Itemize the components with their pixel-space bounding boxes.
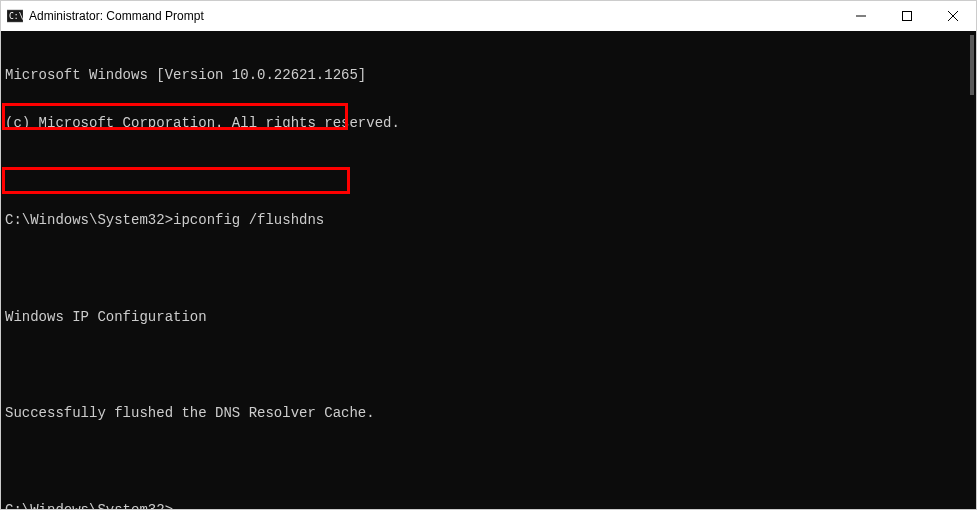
svg-text:C:\: C:\ [9,12,23,21]
command-text: ipconfig /flushdns [173,212,324,228]
blank-line [5,453,976,469]
copyright-line: (c) Microsoft Corporation. All rights re… [5,115,976,131]
blank-line [5,164,976,180]
scrollbar-thumb[interactable] [970,35,974,95]
command-line-1: C:\Windows\System32>ipconfig /flushdns [5,212,976,228]
close-button[interactable] [930,1,976,31]
command-line-2: C:\Windows\System32> [5,502,976,509]
version-line: Microsoft Windows [Version 10.0.22621.12… [5,67,976,83]
command-prompt-window: C:\ Administrator: Command Prompt Micros… [0,0,977,510]
cmd-icon: C:\ [7,8,23,24]
output-result-line: Successfully flushed the DNS Resolver Ca… [5,405,976,421]
svg-rect-3 [903,12,912,21]
titlebar[interactable]: C:\ Administrator: Command Prompt [1,1,976,31]
terminal-area[interactable]: Microsoft Windows [Version 10.0.22621.12… [1,31,976,509]
blank-line [5,260,976,276]
window-controls [838,1,976,31]
prompt-path: C:\Windows\System32> [5,212,173,228]
minimize-button[interactable] [838,1,884,31]
window-title: Administrator: Command Prompt [29,9,204,23]
output-header-line: Windows IP Configuration [5,309,976,325]
blank-line [5,357,976,373]
maximize-button[interactable] [884,1,930,31]
prompt-path: C:\Windows\System32> [5,502,173,509]
